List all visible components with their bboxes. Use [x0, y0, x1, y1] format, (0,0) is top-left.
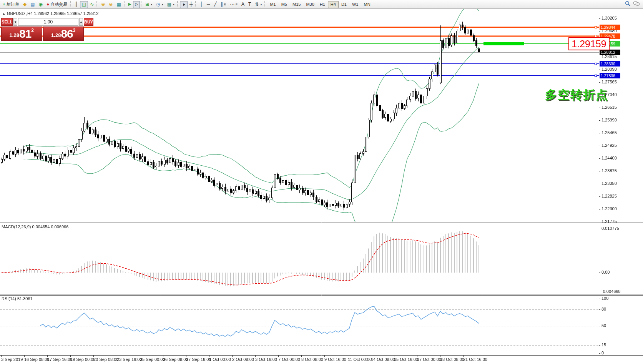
- time-axis-label: 20 Sep 08:00: [93, 357, 118, 362]
- toolbar-grip: [124, 1, 126, 7]
- volume-increase-button[interactable]: ▲: [79, 18, 83, 26]
- vertical-line-button[interactable]: │: [198, 1, 205, 8]
- indicators-button[interactable]: ⊞ ▾: [143, 1, 154, 8]
- chart-header: ▲ GBPUSD-,H4 1.28962 1.28985 1.28657 1.2…: [2, 11, 98, 16]
- new-chart-button[interactable]: ◆: [21, 1, 28, 8]
- time-axis-label: 21 Oct 16:00: [463, 357, 487, 362]
- text-label-button[interactable]: T: [246, 1, 253, 8]
- price-tick-label: 1.25990: [601, 118, 617, 122]
- time-axis-label: 14 Oct 08:00: [371, 357, 395, 362]
- auto-scroll-icon: ▶: [128, 2, 131, 7]
- time-axis-label: 8 Oct 08:00: [301, 357, 323, 362]
- channel-icon: ∥: [221, 2, 223, 7]
- time-axis-label: 26 Sep 08:00: [163, 357, 188, 362]
- text-button[interactable]: A: [239, 1, 246, 8]
- macd-tick-label: 0.00: [601, 270, 610, 274]
- time-axis-label: 3 Oct 16:00: [255, 357, 277, 362]
- new-order-label: 新订单: [7, 2, 19, 7]
- fibonacci-icon: ⋯: [230, 2, 234, 7]
- toolbar: + 新订单 ◆ ▤ ◉ ● 自动交易 ║ ◫ ∿ ⊕ ⊖: [0, 0, 643, 9]
- cursor-icon: ▲: [181, 1, 187, 7]
- autotrading-button[interactable]: ● 自动交易: [45, 1, 69, 8]
- toolbar-grip: [141, 1, 143, 7]
- templates-button[interactable]: ▩ ▾: [165, 1, 176, 8]
- price-annotation-box[interactable]: 1.29159: [568, 37, 610, 50]
- new-order-button[interactable]: + 新订单: [1, 1, 21, 8]
- price-tick-label: 1.21775: [601, 219, 617, 224]
- timeframe-button-m30[interactable]: M30: [303, 1, 317, 8]
- channel-button[interactable]: ∥E: [219, 1, 228, 8]
- periods-icon: ◷: [156, 2, 160, 7]
- volume-input[interactable]: [18, 18, 78, 26]
- timeframe-group: M1M5M15M30H1H4D1W1MN: [267, 1, 373, 8]
- sell-price-big: 81: [19, 28, 31, 39]
- rsi-label: RSI(14) 51.3061: [2, 296, 33, 301]
- horizontal-line-button[interactable]: ─: [205, 1, 212, 8]
- candlestick-mode-button[interactable]: ◫: [80, 1, 88, 8]
- tile-windows-button[interactable]: ▦: [115, 1, 123, 8]
- buy-button[interactable]: BUY: [84, 18, 93, 26]
- macd-label: MACD(12,26,9) 0.004654 0.006966: [2, 224, 68, 229]
- zoom-out-button[interactable]: ⊖: [107, 1, 115, 8]
- text-label-icon: T: [248, 2, 251, 7]
- chart-shift-button[interactable]: ▷: [133, 1, 140, 8]
- sell-price-button[interactable]: 1.28812: [1, 27, 42, 41]
- search-icon[interactable]: [625, 1, 631, 8]
- one-click-trade-panel: SELL ▼ ▲ BUY 1.28812 1.28863: [1, 18, 84, 41]
- collapse-triangle-icon[interactable]: ▲: [2, 12, 5, 15]
- turning-point-annotation[interactable]: 多空转折点: [545, 87, 608, 103]
- line-chart-mode-button[interactable]: ∿: [88, 1, 96, 8]
- fibonacci-button[interactable]: ⋯F: [228, 1, 239, 8]
- timeframe-button-m5[interactable]: M5: [279, 1, 290, 8]
- time-axis-label: 11 Oct 00:00: [348, 357, 372, 362]
- dropdown-arrow-icon: ▾: [162, 3, 163, 6]
- dropdown-arrow-icon: ▾: [260, 3, 262, 6]
- timeframe-button-h4[interactable]: H4: [328, 1, 339, 8]
- price-tick-label: 1.22300: [601, 206, 617, 211]
- vertical-line-icon: │: [200, 2, 203, 7]
- timeframe-button-w1[interactable]: W1: [349, 1, 361, 8]
- line-chart-icon: ∿: [90, 2, 94, 7]
- new-chart-icon: ◆: [23, 2, 27, 7]
- timeframe-button-h1[interactable]: H1: [317, 1, 328, 8]
- profiles-icon: ▤: [30, 2, 35, 7]
- timeframe-button-m1[interactable]: M1: [267, 1, 278, 8]
- autotrading-label: 自动交易: [50, 2, 67, 7]
- auto-scroll-button[interactable]: ▶: [126, 1, 133, 8]
- toolbar-grip: [96, 1, 98, 7]
- indicators-icon: ⊞: [145, 2, 149, 7]
- time-axis-label: 25 Sep 00:00: [140, 357, 165, 362]
- zoom-out-icon: ⊖: [109, 2, 113, 7]
- channel-sub-label: E: [224, 3, 226, 6]
- timeframe-button-m15[interactable]: M15: [290, 1, 303, 8]
- price-tick-label: 1.30205: [601, 16, 617, 20]
- macd-tick-label: -0.004668: [601, 289, 621, 294]
- price-tick-label: 1.26515: [601, 105, 617, 110]
- zoom-in-icon: ⊕: [101, 2, 105, 7]
- zoom-in-button[interactable]: ⊕: [99, 1, 107, 8]
- rsi-tick-label: 80: [601, 307, 606, 311]
- timeframe-button-mn[interactable]: MN: [361, 1, 373, 8]
- sell-button[interactable]: SELL: [1, 18, 13, 26]
- buy-price-button[interactable]: 1.28863: [43, 27, 84, 41]
- price-tick-label: 1.22825: [601, 194, 617, 198]
- bar-chart-mode-button[interactable]: ║: [73, 1, 80, 8]
- rsi-tick-label: 0: [601, 351, 604, 355]
- trendline-button[interactable]: ╱: [212, 1, 219, 8]
- crosshair-button[interactable]: ┼: [188, 1, 195, 8]
- timeframe-button-d1[interactable]: D1: [339, 1, 349, 8]
- profiles-button[interactable]: ▤: [28, 1, 37, 8]
- chat-icon[interactable]: [633, 1, 640, 8]
- cursor-button[interactable]: ▲: [180, 1, 188, 8]
- price-tick-label: 1.28090: [601, 67, 617, 71]
- rsi-tick-label: 50: [601, 323, 606, 328]
- toolbar-grip: [195, 1, 197, 7]
- volume-decrease-button[interactable]: ▼: [13, 18, 17, 26]
- chart-canvas[interactable]: [0, 0, 643, 364]
- trendline-icon: ╱: [214, 2, 217, 7]
- shapes-button[interactable]: ⇅ ▾: [253, 1, 264, 8]
- dropdown-arrow-icon: ▾: [173, 3, 174, 6]
- dropdown-arrow-icon: ▾: [151, 3, 152, 6]
- periods-button[interactable]: ◷ ▾: [154, 1, 165, 8]
- signals-button[interactable]: ◉: [37, 1, 45, 8]
